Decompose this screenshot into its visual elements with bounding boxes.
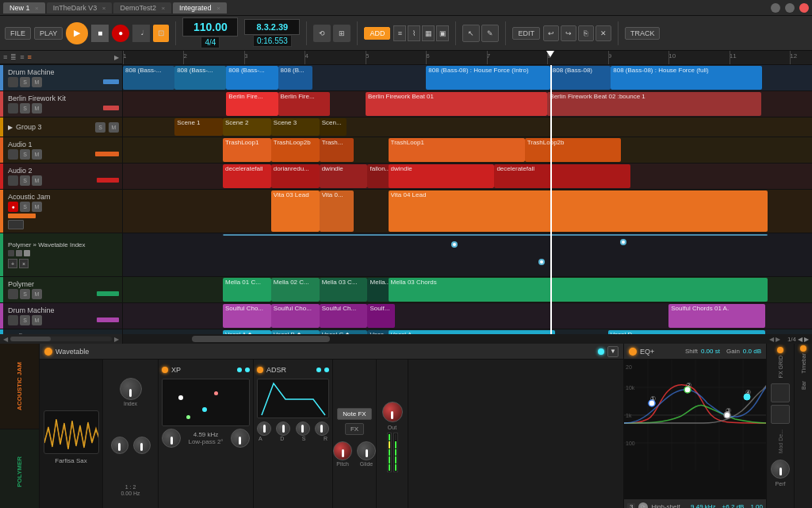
clip-mella1[interactable]: Mella 01 C...	[223, 278, 271, 302]
track-mute-audio2[interactable]: M	[32, 175, 42, 186]
track-volume-audio2[interactable]	[97, 178, 119, 183]
clip-scene4[interactable]: Scen...	[320, 118, 347, 136]
plugin-power-led[interactable]	[44, 348, 52, 356]
clip-soulful3[interactable]: Soulful Ch...	[320, 304, 368, 328]
zoom-minus[interactable]: ◀	[798, 336, 802, 343]
h-scrollbar[interactable]	[192, 336, 330, 342]
knob-a[interactable]	[257, 421, 271, 436]
clip-berlin-beat1[interactable]: Berlin Firework Beat 01	[366, 92, 547, 116]
track-volume-polymer[interactable]	[97, 291, 119, 296]
knob-perf[interactable]	[771, 460, 790, 479]
track-arm-berlin[interactable]	[8, 103, 18, 114]
clip-soulful4[interactable]: Soulf...	[367, 304, 395, 328]
scroll-end-left[interactable]: ◀	[769, 336, 774, 343]
clip-soulful2[interactable]: Soulful Cho...	[271, 304, 320, 328]
track-volume-audio1[interactable]	[95, 152, 119, 156]
scroll-right-arrow[interactable]: ▶	[114, 336, 119, 343]
tab-demotest[interactable]: DemoTest2 ×	[113, 2, 171, 13]
playhead-marker[interactable]	[546, 51, 554, 57]
clip-808-1[interactable]: 808 (Bass-...	[123, 66, 174, 90]
xp-display[interactable]	[162, 379, 250, 426]
knob-d[interactable]	[276, 421, 290, 436]
track-icon-acoustic[interactable]	[8, 220, 24, 229]
loop-icon[interactable]: ⟲	[313, 25, 331, 42]
track-btn-polymer-wavetable-1[interactable]	[8, 250, 14, 256]
clip-trash2-long[interactable]: TrashLoop2b	[525, 138, 622, 162]
clip-808-5[interactable]: 808 (Bass-08)	[550, 66, 611, 90]
track-arm-audio1[interactable]	[8, 149, 18, 160]
clip-trash2[interactable]: TrashLoop2b	[271, 138, 320, 162]
tab-new1[interactable]: New 1 ×	[3, 2, 45, 13]
v-scrollbar[interactable]	[10, 337, 112, 341]
knob-out[interactable]	[382, 402, 403, 422]
track-minus-btn[interactable]: ×	[19, 259, 29, 268]
track-solo-audio1[interactable]: S	[20, 149, 30, 160]
clip-berlin-1[interactable]: Berlin Fire...	[226, 92, 278, 116]
cursor-tool[interactable]: ↖	[462, 25, 480, 42]
clip-808-4[interactable]: 808 (B...	[278, 66, 312, 90]
clip-mella3[interactable]: Mella 03 C...	[320, 278, 368, 302]
track-arm-drum[interactable]	[8, 77, 18, 87]
track-btn-polymer-wavetable-2[interactable]	[16, 250, 22, 256]
track-mute-group3[interactable]: M	[109, 122, 119, 133]
track-volume-dm2[interactable]	[97, 318, 119, 322]
clip-vita4[interactable]: Vita 0...	[320, 190, 354, 232]
knob-xp-2[interactable]	[231, 429, 250, 448]
track-arm-audio2[interactable]	[8, 175, 18, 186]
tab-integrated[interactable]: Integrated ×	[173, 2, 227, 13]
track-arrow-icon[interactable]: ▶	[114, 54, 119, 61]
add-clip-icon[interactable]: ▣	[436, 25, 449, 41]
zoom-plus[interactable]: ▶	[804, 336, 809, 343]
track-volume-berlin[interactable]	[103, 106, 119, 110]
track-filter-icon[interactable]: ≡	[20, 53, 24, 61]
copy-icon[interactable]: ⎘	[578, 25, 594, 41]
track-mute-polymer[interactable]: M	[32, 289, 42, 299]
track-solo-acoustic[interactable]: S	[20, 202, 30, 212]
undo-icon[interactable]: ↩	[543, 25, 559, 41]
track-mute-dm2[interactable]: M	[32, 315, 42, 325]
knob-2[interactable]	[111, 437, 128, 454]
play-label-button[interactable]: PLAY	[34, 27, 63, 40]
adsr-display[interactable]	[257, 379, 329, 418]
track-solo-dm2[interactable]: S	[20, 315, 30, 325]
redo-icon[interactable]: ↪	[561, 25, 576, 41]
fx-button[interactable]: FX	[345, 423, 364, 435]
track-mute-acoustic[interactable]: M	[32, 202, 42, 212]
track-arm-dm2[interactable]	[8, 315, 18, 325]
track-solo-polymer[interactable]: S	[20, 289, 30, 299]
clip-scene2[interactable]: Scene 2	[223, 118, 271, 136]
add-automation-icon[interactable]: ⌇	[408, 25, 420, 41]
track-mute-audio1[interactable]: M	[32, 149, 42, 160]
tab-close-demotest[interactable]: ×	[161, 5, 165, 12]
track-color-icon[interactable]: ≡	[28, 53, 32, 61]
clip-808-3[interactable]: 808 (Bass-...	[226, 66, 278, 90]
clip-vita4-long[interactable]: Vita 04 Lead	[389, 190, 768, 232]
clip-soulful-long[interactable]: Soulful Chords 01 A.	[668, 304, 765, 328]
clip-dwindle1[interactable]: dwindle	[320, 164, 368, 188]
eq-display[interactable]: ① ② ③ ④ 20 10k 1k 100	[624, 360, 766, 498]
clip-berlin-beat2[interactable]: Berlin Firework Beat 02 :bounce 1	[547, 92, 760, 116]
clip-vita3[interactable]: Vita 03 Lead	[271, 190, 320, 232]
knob-xp-freq[interactable]	[162, 429, 181, 448]
clip-dorian[interactable]: dorianredu...	[271, 164, 320, 188]
clip-trash1[interactable]: TrashLoop1	[223, 138, 271, 162]
envelope-clip[interactable]	[223, 234, 768, 236]
clip-scene3[interactable]: Scene 3	[271, 118, 320, 136]
track-rec-acoustic[interactable]: ●	[8, 202, 18, 212]
knob-pitch[interactable]	[333, 441, 352, 460]
tab-close-new1[interactable]: ×	[35, 5, 39, 12]
clip-soulful1[interactable]: Soulful Cho...	[223, 304, 271, 328]
scroll-bar-area[interactable]: ◀ ▶ 1/4 ◀ ▶	[123, 334, 812, 344]
fxgrid-slot-1[interactable]	[771, 383, 790, 402]
track-group-icon[interactable]: ≣	[10, 53, 17, 61]
scroll-end-right[interactable]: ▶	[776, 336, 780, 343]
add-scene-icon[interactable]: ▦	[422, 25, 435, 41]
add-button[interactable]: ADD	[364, 27, 390, 40]
knob-r[interactable]	[315, 421, 329, 436]
waveform-display[interactable]	[44, 410, 99, 454]
plugin-collapse[interactable]: ▼	[607, 346, 619, 357]
scroll-left-arrow[interactable]: ◀	[3, 336, 8, 343]
track-solo-group3[interactable]: S	[95, 122, 105, 133]
clip-808-full[interactable]: 808 (Bass-08) : House Force (full)	[611, 66, 762, 90]
track-volume-drum[interactable]	[103, 79, 119, 84]
